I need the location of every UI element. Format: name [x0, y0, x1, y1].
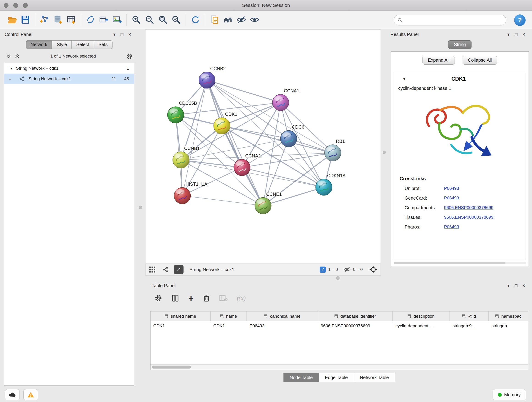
expand-all-tree-icon[interactable] [6, 53, 12, 59]
right-splitter-handle[interactable] [383, 151, 386, 154]
crosslink-compartments-link[interactable]: 9606.ENSP00000378699 [444, 205, 494, 210]
copy-document-button[interactable] [208, 13, 221, 27]
panel-menu-icon[interactable]: ▾ [507, 32, 510, 37]
protein-section-header[interactable]: ▾ CDK1 [394, 73, 526, 85]
node-CCNB1[interactable] [173, 152, 189, 168]
table-settings-button[interactable] [154, 294, 162, 302]
node-RB1[interactable] [324, 145, 341, 161]
node-CCNE1[interactable] [255, 198, 271, 214]
apply-layout-button[interactable] [84, 13, 97, 27]
tab-node-table[interactable]: Node Table [283, 373, 319, 382]
edge-HIST1H1A-CCNE1[interactable] [182, 196, 263, 206]
birdseye-grid-icon[interactable] [149, 266, 156, 273]
tab-sets[interactable]: Sets [94, 40, 113, 49]
open-session-button[interactable] [6, 13, 19, 27]
import-table-file-button[interactable] [65, 13, 78, 27]
string-results-tab[interactable]: String [448, 40, 472, 49]
table-horizontal-scrollbar[interactable] [151, 364, 528, 370]
cloud-status-button[interactable] [5, 389, 20, 400]
show-selection-button[interactable] [248, 13, 261, 27]
crosshair-move-icon[interactable] [369, 265, 377, 274]
tab-network[interactable]: Network [26, 40, 52, 49]
node-CDK1[interactable] [214, 118, 230, 134]
node-CCNA1[interactable] [272, 94, 289, 111]
panel-float-icon[interactable]: □ [515, 283, 517, 288]
search-box[interactable] [394, 15, 506, 26]
node-CCNB2[interactable] [199, 72, 215, 89]
node-CCNA2[interactable] [234, 159, 250, 176]
caret-down-icon[interactable]: ▾ [10, 66, 12, 71]
zoom-in-button[interactable] [130, 13, 143, 27]
show-columns-button[interactable] [171, 294, 179, 302]
warnings-button[interactable] [23, 389, 38, 400]
cell-shared-name[interactable]: CDK1 [151, 323, 210, 328]
node-CDC25B[interactable] [167, 107, 184, 123]
tab-edge-table[interactable]: Edge Table [319, 373, 354, 382]
cell-canonical-name[interactable]: P06493 [247, 323, 318, 328]
zoom-fit-button[interactable] [156, 13, 170, 27]
panel-float-icon[interactable]: □ [120, 32, 123, 37]
selected-checkbox-icon[interactable]: ✓ [320, 267, 326, 273]
help-button[interactable]: ? [514, 14, 526, 26]
panel-menu-icon[interactable]: ▾ [507, 283, 510, 288]
edge-CCNB2-HIST1H1A[interactable] [182, 80, 207, 196]
collapse-all-button[interactable]: Collapse All [462, 56, 497, 65]
bottom-splitter-handle[interactable] [336, 276, 340, 280]
network-collection-row[interactable]: ▾ String Network – cdk1 1 [4, 63, 134, 74]
export-image-button[interactable] [110, 13, 124, 27]
column-header-database-identifier[interactable]: database identifier [318, 312, 393, 321]
network-graph[interactable]: CCNB2CCNA1CDC25BCDK1CDC6RB1CCNB1CCNA2CDK… [146, 30, 380, 263]
import-network-file-button[interactable] [38, 13, 51, 27]
zoom-selected-button[interactable] [170, 13, 183, 27]
cell-description[interactable]: cyclin-dependent ... [393, 323, 450, 328]
edge-CCNB1-CCNA2[interactable] [181, 160, 242, 167]
panel-close-icon[interactable]: × [128, 32, 131, 37]
column-header-shared-name[interactable]: shared name [151, 312, 210, 321]
panel-close-icon[interactable]: × [522, 32, 525, 37]
memory-button[interactable]: Memory [493, 389, 526, 400]
results-scrollbar[interactable] [394, 262, 526, 264]
node-CDC6[interactable] [280, 130, 297, 147]
home-networks-button[interactable] [221, 13, 234, 27]
crosslink-tissues-link[interactable]: 9606.ENSP00000378699 [444, 215, 494, 220]
cell-name[interactable]: CDK1 [210, 323, 247, 328]
cell-database-identifier[interactable]: 9606.ENSP00000378699 [318, 323, 393, 328]
node-HIST1H1A[interactable] [174, 187, 191, 204]
panel-menu-icon[interactable]: ▾ [113, 32, 115, 37]
cell-namespace[interactable]: stringdb [489, 323, 528, 328]
export-network-button[interactable] [97, 13, 110, 27]
save-session-button[interactable] [19, 13, 32, 27]
tab-network-table[interactable]: Network Table [354, 373, 395, 382]
table-row[interactable]: CDK1 CDK1 P06493 9606.ENSP00000378699 cy… [151, 321, 528, 331]
detach-view-button[interactable]: ↗ [174, 265, 184, 274]
tab-select[interactable]: Select [71, 40, 94, 49]
crosslink-genecard-link[interactable]: P06493 [444, 196, 459, 201]
column-header-canonical-name[interactable]: canonical name [247, 312, 318, 321]
edge-CCNB2-CCNE1[interactable] [207, 80, 263, 206]
panel-close-icon[interactable]: × [522, 283, 525, 288]
network-row-selected[interactable]: ● String Network – cdk1 11 48 [4, 74, 134, 84]
expand-all-button[interactable]: Expand All [423, 56, 455, 65]
column-header-namespace[interactable]: namespac [489, 312, 528, 321]
import-network-database-button[interactable] [51, 13, 65, 27]
left-splitter-handle[interactable] [139, 206, 142, 209]
delete-column-button[interactable] [203, 294, 210, 302]
add-column-button[interactable]: + [188, 295, 194, 302]
edge-CCNB2-CCNA1[interactable] [207, 80, 280, 103]
collapse-all-tree-icon[interactable] [14, 53, 20, 59]
panel-float-icon[interactable]: □ [515, 32, 517, 37]
crosslink-pharos-link[interactable]: P06493 [444, 224, 459, 230]
refresh-button[interactable] [189, 13, 202, 27]
caret-down-icon[interactable]: ▾ [403, 76, 405, 81]
cell-id[interactable]: stringdb:9... [450, 323, 489, 328]
column-header-id[interactable]: @id [450, 312, 489, 321]
zoom-out-button[interactable] [143, 13, 156, 27]
column-header-description[interactable]: description [393, 312, 450, 321]
tab-style[interactable]: Style [52, 40, 72, 49]
column-header-name[interactable]: name [210, 312, 247, 321]
crosslink-uniprot-link[interactable]: P06493 [444, 186, 459, 191]
gear-icon[interactable] [126, 53, 133, 60]
node-CDKN1A[interactable] [316, 179, 332, 196]
search-input[interactable] [405, 17, 502, 23]
network-share-icon[interactable] [162, 266, 169, 273]
